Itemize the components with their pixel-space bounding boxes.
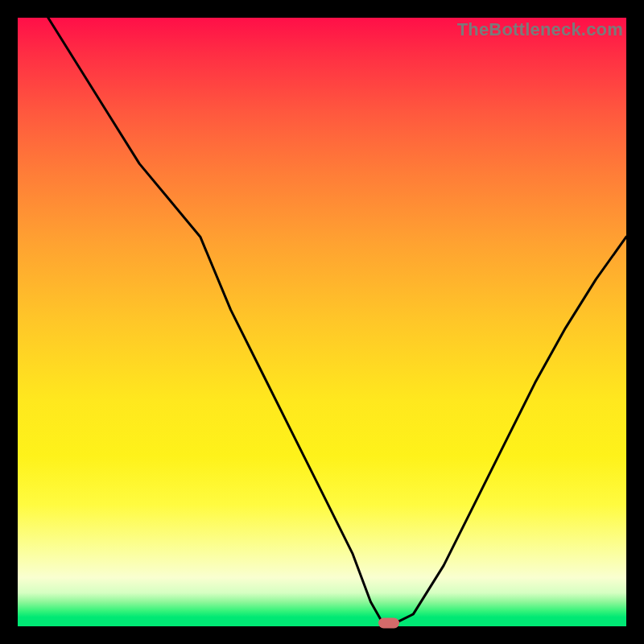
- chart-frame: TheBottleneck.com: [0, 0, 644, 644]
- watermark-text: TheBottleneck.com: [457, 19, 623, 40]
- bottleneck-curve: [18, 18, 626, 626]
- minimum-marker: [378, 618, 399, 629]
- plot-area: TheBottleneck.com: [18, 18, 626, 626]
